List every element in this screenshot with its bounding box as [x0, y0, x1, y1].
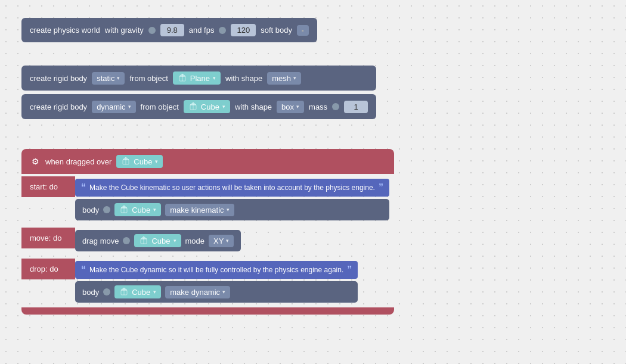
physics-world-block: create physics world with gravity 9.8 an… [21, 18, 317, 42]
start-body-notch [103, 206, 110, 213]
event-header: ⚙ when dragged over Cube ▾ [21, 149, 394, 174]
start-body-label: body [82, 206, 99, 214]
make-dynamic-dropdown[interactable]: make dynamic ▾ [165, 286, 230, 298]
mesh-dropdown-arrow: ▾ [293, 75, 296, 81]
physics-world-label: create physics world [30, 26, 100, 35]
close-quote-start: ” [379, 182, 383, 193]
and-fps-label: and fps [189, 26, 215, 35]
with-gravity-label: with gravity [105, 26, 144, 35]
drop-label: drop: do [21, 259, 75, 279]
shape-mesh-value: mesh [272, 74, 291, 83]
drop-content: “ Make the Cube dynamic so it will be fu… [75, 259, 362, 305]
mass-notch [332, 103, 339, 110]
rigid-body-container: create rigid body static ▾ from object P… [21, 66, 376, 123]
drop-section-row: drop: do “ Make the Cube dynamic so it w… [21, 256, 394, 307]
drag-move-block: drag move Cube ▾ mode XY ▾ [75, 230, 241, 251]
drop-body-cube-arrow: ▾ [153, 289, 156, 295]
kinematic-dropdown-arrow: ▾ [227, 207, 230, 213]
cube-object-pill-rigid[interactable]: Cube ▾ [184, 100, 230, 113]
make-dynamic-value: make dynamic [170, 288, 220, 297]
drop-comment-block: “ Make the Cube dynamic so it will be fu… [75, 261, 358, 279]
shape-box-value: box [281, 102, 294, 111]
event-cube-pill[interactable]: Cube ▾ [116, 155, 163, 168]
with-shape-label-1: with shape [225, 74, 262, 83]
close-quote-drop: ” [347, 265, 352, 275]
start-body-cube-pill[interactable]: Cube ▾ [114, 203, 161, 216]
rigid-body-dynamic-block: create rigid body dynamic ▾ from object … [21, 94, 376, 119]
start-body-block: body Cube ▾ make kinematic ▾ [75, 199, 389, 220]
cube-dropdown-arrow-rigid: ▾ [222, 104, 225, 110]
mode-xy-dropdown[interactable]: XY ▾ [209, 235, 234, 247]
start-body-cube-name: Cube [132, 206, 150, 214]
rigid-body-static-block: create rigid body static ▾ from object P… [21, 66, 376, 91]
toggle-indicator: ▪ [302, 27, 304, 34]
fps-value[interactable]: 120 [231, 24, 256, 36]
create-rigid-body-label-1: create rigid body [30, 74, 87, 83]
drag-event-container: ⚙ when dragged over Cube ▾ start: do “ M… [21, 149, 394, 315]
start-body-cube-arrow: ▾ [153, 207, 156, 213]
event-cube-arrow: ▾ [155, 158, 158, 164]
body-type-dynamic-value: dynamic [97, 102, 125, 111]
from-object-label-1: from object [129, 74, 168, 83]
dropdown-arrow-2: ▾ [128, 104, 131, 110]
drop-body-label: body [82, 288, 99, 297]
dynamic-dropdown-arrow: ▾ [222, 289, 225, 295]
gravity-value[interactable]: 9.8 [160, 24, 184, 36]
gear-icon: ⚙ [30, 156, 41, 167]
with-shape-label-2: with shape [235, 102, 272, 111]
start-comment-text: Make the Cube kinematic so user actions … [89, 183, 375, 192]
start-comment-block: “ Make the Cube kinematic so user action… [75, 179, 389, 197]
mass-label: mass [309, 102, 327, 111]
open-quote-drop: “ [81, 265, 86, 275]
shape-box-dropdown[interactable]: box ▾ [277, 101, 304, 113]
drag-move-cube-name: Cube [151, 237, 170, 245]
soft-body-label: soft body [261, 26, 292, 35]
drop-body-cube-icon [119, 287, 129, 297]
move-label: move: do [21, 228, 75, 248]
when-dragged-over-label: when dragged over [45, 157, 111, 166]
body-type-static-value: static [97, 74, 114, 83]
body-type-static-dropdown[interactable]: static ▾ [92, 72, 125, 85]
drop-body-notch [103, 288, 110, 295]
xy-dropdown-arrow: ▾ [226, 238, 229, 244]
mode-label: mode [185, 237, 205, 245]
shape-mesh-dropdown[interactable]: mesh ▾ [267, 72, 301, 85]
move-content: drag move Cube ▾ mode XY ▾ [75, 228, 246, 254]
dropdown-arrow-1: ▾ [117, 75, 120, 81]
start-section-row: start: do “ Make the Cube kinematic so u… [21, 174, 394, 225]
plane-object-pill[interactable]: Plane ▾ [173, 71, 221, 85]
gravity-notch [148, 27, 156, 34]
plane-dropdown-arrow: ▾ [213, 75, 216, 81]
start-label: start: do [21, 176, 75, 197]
drag-move-cube-icon [139, 236, 148, 245]
drop-body-cube-pill[interactable]: Cube ▾ [114, 285, 161, 298]
start-body-cube-icon [119, 205, 129, 214]
plane-cube-icon [178, 73, 187, 83]
event-cube-icon [121, 157, 131, 166]
move-section-row: move: do drag move Cube ▾ mode XY [21, 225, 394, 256]
mass-value[interactable]: 1 [344, 101, 368, 113]
drop-body-cube-name: Cube [132, 288, 150, 297]
start-content: “ Make the Cube kinematic so user action… [75, 176, 394, 223]
cube-object-name-rigid: Cube [201, 102, 219, 111]
cube-icon-rigid [188, 102, 198, 111]
drop-comment-text: Make the Cube dynamic so it will be full… [89, 266, 343, 274]
soft-body-toggle[interactable]: ▪ [297, 25, 309, 36]
box-dropdown-arrow: ▾ [296, 104, 299, 110]
event-footer [21, 307, 394, 315]
create-rigid-body-label-2: create rigid body [30, 102, 87, 111]
mode-xy-value: XY [213, 237, 224, 245]
from-object-label-2: from object [141, 102, 179, 111]
drag-move-cube-pill[interactable]: Cube ▾ [134, 234, 181, 247]
event-cube-name: Cube [134, 157, 152, 166]
drop-body-block: body Cube ▾ make dynamic ▾ [75, 281, 358, 303]
drag-move-notch [123, 237, 130, 244]
open-quote-start: “ [81, 182, 86, 193]
drag-move-cube-arrow: ▾ [173, 238, 176, 244]
fps-notch [219, 27, 226, 34]
drag-move-label: drag move [82, 237, 119, 245]
make-kinematic-value: make kinematic [170, 206, 224, 214]
plane-object-name: Plane [190, 74, 210, 83]
body-type-dynamic-dropdown[interactable]: dynamic ▾ [92, 101, 135, 113]
make-kinematic-dropdown[interactable]: make kinematic ▾ [165, 204, 234, 216]
